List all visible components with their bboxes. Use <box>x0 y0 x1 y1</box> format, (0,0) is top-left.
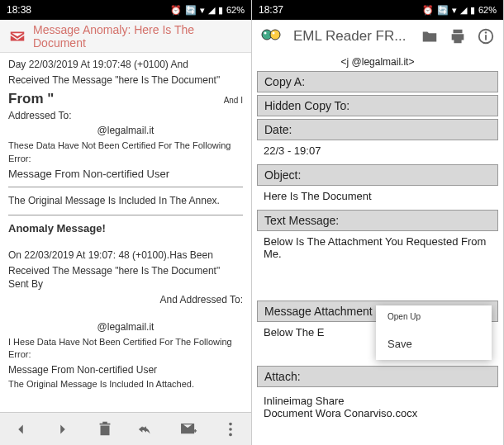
addressed-to-2: And Addressed To: <box>8 293 243 307</box>
signal-icon: ◢ <box>460 5 467 16</box>
app-title: EML Reader FR... <box>293 28 411 45</box>
date-value: 22/3 - 19:07 <box>257 143 498 162</box>
document-name[interactable]: Document Wora Conarviso.cocx <box>264 407 492 419</box>
received-msg: Received The Message "here Is The Docume… <box>8 264 243 292</box>
text-value: Below Is The Attachment You Requested Fr… <box>257 234 498 265</box>
wifi-icon: ▾ <box>452 5 457 16</box>
line-date: Day 22/03/2019 At 19:07:48 (+0100) And <box>8 58 243 72</box>
copy-header: Copy A: <box>257 71 498 92</box>
screen-anomaly: 18:38 ⏰ 🔄 ▾ ◢ ▮ 62% Message Anomaly: Her… <box>0 0 252 445</box>
noncert-msg: Message From Non-certified User <box>8 168 243 180</box>
battery-pct: 62% <box>478 5 497 15</box>
menu-open[interactable]: Open Up <box>376 305 492 328</box>
attached-text: The Original Message Is Included In Atta… <box>8 378 243 391</box>
status-icons: ⏰ 🔄 ▾ ◢ ▮ 62% <box>170 5 245 16</box>
print-icon[interactable] <box>449 27 467 45</box>
sync-icon: 🔄 <box>185 5 197 16</box>
sync-icon: 🔄 <box>437 5 449 16</box>
eml-content: <j @legalmail.it> Copy A: Hidden Copy To… <box>252 53 503 445</box>
annex-text: The Original Message Is Included In The … <box>8 194 243 208</box>
app-bar: EML Reader FR... <box>252 20 503 53</box>
error-text: These Data Have Not Been Certified For T… <box>8 140 243 165</box>
text-header: Text Message: <box>257 210 498 231</box>
svg-point-11 <box>485 31 487 33</box>
inline-share[interactable]: Inlineimag Share <box>264 395 492 407</box>
svg-rect-10 <box>485 35 487 40</box>
anomaly-header: Anomaly Message! <box>8 222 243 234</box>
battery-pct: 62% <box>226 5 245 15</box>
app-icon <box>260 28 283 45</box>
attach-header: Attach: <box>257 366 498 387</box>
status-icons: ⏰ 🔄 ▾ ◢ ▮ 62% <box>422 5 497 16</box>
compose-icon[interactable] <box>179 420 197 438</box>
alarm-icon: ⏰ <box>170 5 182 16</box>
error-text-2: I Hese Data Have Not Been Certified For … <box>8 336 243 362</box>
bottom-toolbar <box>0 412 251 445</box>
object-value: Here Is The Document <box>257 188 498 207</box>
svg-point-2 <box>229 422 232 425</box>
trash-icon[interactable] <box>96 420 114 438</box>
alarm-icon: ⏰ <box>422 5 434 16</box>
line-received: Received The Message "here Is The Docume… <box>8 73 243 88</box>
from-email: <j @legalmail.it> <box>257 56 498 68</box>
context-menu: Open Up Save <box>376 305 492 360</box>
noncert-msg-2: Message From Non-certified User <box>8 363 243 377</box>
info-icon[interactable] <box>477 27 495 45</box>
addressed-to: Addressed To: <box>8 109 243 123</box>
folder-icon[interactable] <box>421 27 439 45</box>
screen-emlreader: 18:37 ⏰ 🔄 ▾ ◢ ▮ 62% EML Reader FR... <j … <box>252 0 504 445</box>
app-bar: Message Anomaly: Here Is The Document <box>0 20 251 53</box>
hidden-copy-header: Hidden Copy To: <box>257 95 498 116</box>
status-bar: 18:37 ⏰ 🔄 ▾ ◢ ▮ 62% <box>252 0 503 20</box>
svg-point-4 <box>229 433 232 436</box>
status-time: 18:38 <box>7 4 170 16</box>
back-icon[interactable] <box>12 420 30 438</box>
status-bar: 18:38 ⏰ 🔄 ▾ ◢ ▮ 62% <box>0 0 251 20</box>
from-label: From " <box>8 91 54 107</box>
message-body: Day 22/03/2019 At 19:07:48 (+0100) And R… <box>0 53 251 412</box>
forward-icon[interactable] <box>54 420 72 438</box>
svg-point-3 <box>229 428 232 431</box>
reply-all-icon[interactable] <box>137 420 155 438</box>
divider <box>8 187 243 187</box>
signal-icon: ◢ <box>208 5 215 16</box>
wifi-icon: ▾ <box>200 5 205 16</box>
on-date: On 22/03/2019 At 19:07: 48 (+0100).Has B… <box>8 249 243 263</box>
svg-point-8 <box>273 32 275 35</box>
status-time: 18:37 <box>259 4 422 16</box>
divider <box>8 215 243 215</box>
app-icon <box>8 27 26 45</box>
battery-icon: ▮ <box>218 5 223 16</box>
more-icon[interactable] <box>221 420 240 438</box>
svg-point-7 <box>264 32 267 35</box>
battery-icon: ▮ <box>470 5 475 16</box>
email-address: @legalmail.it <box>8 124 243 138</box>
object-header: Object: <box>257 164 498 186</box>
menu-save[interactable]: Save <box>376 328 492 360</box>
date-header: Date: <box>257 119 498 140</box>
and-label: And I <box>224 96 243 105</box>
svg-point-6 <box>270 30 280 40</box>
app-title: Message Anomaly: Here Is The Document <box>33 23 243 50</box>
email-address-2: @legalmail.it <box>8 320 243 334</box>
